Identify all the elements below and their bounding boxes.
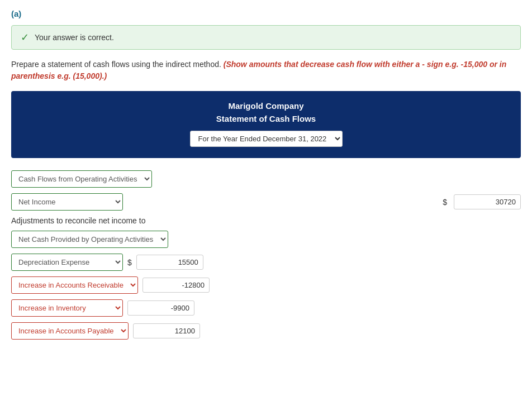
net-cash-row: Net Cash Provided by Operating Activitie… (11, 231, 521, 248)
inventory-row: Increase in Inventory (11, 299, 521, 317)
depreciation-dropdown[interactable]: Depreciation Expense (11, 254, 123, 271)
success-text: Your answer is correct. (35, 33, 114, 42)
net-income-dollar: $ (443, 198, 447, 207)
instruction-text: Prepare a statement of cash flows using … (11, 59, 521, 82)
statement-subtitle: Statement of Cash Flows (22, 113, 510, 126)
depreciation-row: Depreciation Expense $ (11, 254, 521, 271)
depreciation-input[interactable] (136, 255, 203, 270)
statement-container: Marigold Company Statement of Cash Flows… (11, 91, 521, 158)
ar-input[interactable] (142, 278, 210, 293)
form-section: Cash Flows from Operating Activities Net… (11, 168, 521, 347)
ap-row: Increase in Accounts Payable (11, 322, 521, 340)
company-name: Marigold Company (22, 100, 510, 113)
depreciation-dollar: $ (127, 258, 132, 267)
net-income-row: Net Income $ (11, 193, 521, 211)
cash-flows-row: Cash Flows from Operating Activities (11, 170, 521, 188)
inventory-dropdown[interactable]: Increase in Inventory (11, 299, 123, 317)
ar-row: Increase in Accounts Receivable (11, 276, 521, 294)
cash-flows-dropdown[interactable]: Cash Flows from Operating Activities (11, 170, 152, 188)
check-icon: ✓ (21, 31, 29, 44)
instruction-plain: Prepare a statement of cash flows using … (11, 60, 221, 69)
net-income-dropdown[interactable]: Net Income (11, 193, 123, 211)
ap-dropdown[interactable]: Increase in Accounts Payable (11, 322, 129, 340)
adjustments-label: Adjustments to reconcile net income to (11, 216, 521, 225)
net-cash-dropdown[interactable]: Net Cash Provided by Operating Activitie… (11, 231, 168, 248)
year-select[interactable]: For the Year Ended December 31, 2022 (190, 131, 343, 147)
section-label: (a) (11, 9, 521, 18)
ar-dropdown[interactable]: Increase in Accounts Receivable (11, 276, 138, 294)
net-income-input[interactable] (454, 194, 521, 209)
inventory-input[interactable] (127, 300, 194, 316)
ap-input[interactable] (133, 323, 200, 338)
success-banner: ✓ Your answer is correct. (11, 25, 521, 50)
statement-title: Marigold Company Statement of Cash Flows (22, 100, 510, 125)
